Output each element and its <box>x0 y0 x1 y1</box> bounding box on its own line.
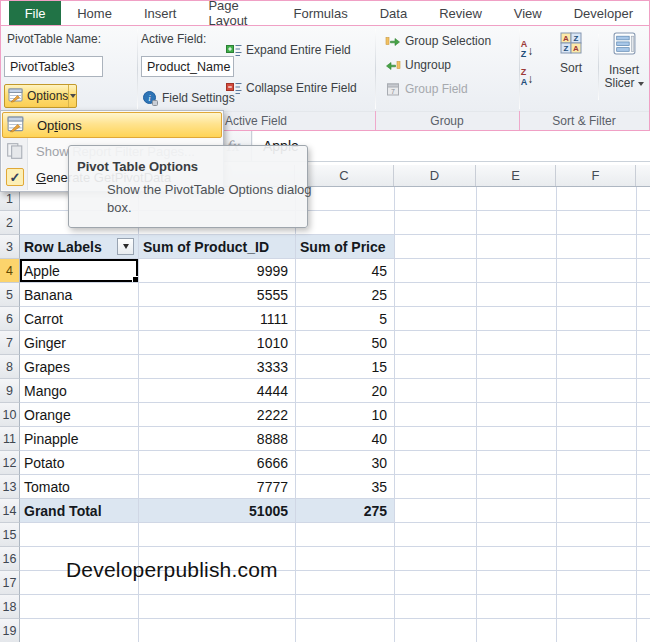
sort-button[interactable]: AZZA Sort <box>549 32 593 75</box>
row-header-16[interactable]: 16 <box>0 547 20 571</box>
pivot-data-cell[interactable]: 35 <box>296 475 395 499</box>
cell[interactable] <box>20 619 139 642</box>
cell[interactable] <box>557 523 637 547</box>
pivot-data-cell[interactable]: 30 <box>296 451 395 475</box>
options-button[interactable]: Options <box>4 84 77 108</box>
row-header-3[interactable]: 3 <box>0 235 20 259</box>
tab-review[interactable]: Review <box>423 1 498 25</box>
sort-z-to-a-button[interactable] <box>513 66 541 89</box>
cell[interactable] <box>637 523 650 547</box>
row-header-7[interactable]: 7 <box>0 331 20 355</box>
cell[interactable] <box>395 211 477 235</box>
cell[interactable] <box>477 571 557 595</box>
group-selection-button[interactable]: Group Selection <box>385 31 491 51</box>
collapse-entire-field-button[interactable]: Collapse Entire Field <box>226 78 357 98</box>
pivot-data-cell[interactable]: 50 <box>296 331 395 355</box>
expand-entire-field-button[interactable]: Expand Entire Field <box>226 40 351 60</box>
cell[interactable] <box>637 499 650 523</box>
cell[interactable] <box>395 523 477 547</box>
cell[interactable] <box>477 355 557 379</box>
cell[interactable] <box>637 475 650 499</box>
pivot-data-cell[interactable]: Potato <box>20 451 139 475</box>
cell[interactable] <box>637 307 650 331</box>
cell[interactable] <box>296 619 395 642</box>
cell[interactable] <box>477 499 557 523</box>
pivot-data-cell[interactable]: 20 <box>296 379 395 403</box>
cell[interactable] <box>637 571 650 595</box>
cell[interactable] <box>557 355 637 379</box>
pivot-data-cell[interactable]: 10 <box>296 403 395 427</box>
pivot-data-cell[interactable]: Mango <box>20 379 139 403</box>
row-header-18[interactable]: 18 <box>0 595 20 619</box>
cell[interactable] <box>637 355 650 379</box>
cell[interactable] <box>557 595 637 619</box>
pivot-table-name-input[interactable]: PivotTable3 <box>4 56 103 77</box>
tab-page-layout[interactable]: Page Layout <box>192 1 277 25</box>
cell[interactable] <box>395 355 477 379</box>
cell[interactable] <box>637 595 650 619</box>
cell[interactable] <box>296 595 395 619</box>
row-header-9[interactable]: 9 <box>0 379 20 403</box>
cell[interactable] <box>477 547 557 571</box>
pivot-data-cell[interactable]: 5 <box>296 307 395 331</box>
cell[interactable] <box>395 403 477 427</box>
cell[interactable] <box>395 571 477 595</box>
cell[interactable] <box>20 595 139 619</box>
cell[interactable] <box>395 235 477 259</box>
row-header-15[interactable]: 15 <box>0 523 20 547</box>
tab-home[interactable]: Home <box>61 1 128 25</box>
field-settings-button[interactable]: i Field Settings <box>142 88 235 108</box>
row-header-12[interactable]: 12 <box>0 451 20 475</box>
cell[interactable] <box>477 379 557 403</box>
pivot-data-cell[interactable]: Carrot <box>20 307 139 331</box>
cell[interactable] <box>477 187 557 211</box>
pivot-data-cell[interactable]: 45 <box>296 259 395 283</box>
cell[interactable] <box>557 331 637 355</box>
menu-item-options[interactable]: Options <box>2 112 222 138</box>
cell[interactable] <box>477 283 557 307</box>
active-cell[interactable]: Apple <box>20 259 139 283</box>
column-header-partial[interactable] <box>636 165 650 186</box>
cell[interactable] <box>139 595 296 619</box>
cell[interactable] <box>637 547 650 571</box>
pivot-data-cell[interactable]: Orange <box>20 403 139 427</box>
tab-formulas[interactable]: Formulas <box>278 1 364 25</box>
cell[interactable] <box>395 379 477 403</box>
column-header-E[interactable]: E <box>476 165 556 186</box>
sort-a-to-z-button[interactable] <box>513 38 541 61</box>
pivot-data-cell[interactable]: 25 <box>296 283 395 307</box>
pivot-data-cell[interactable]: 15 <box>296 355 395 379</box>
row-header-14[interactable]: 14 <box>0 499 20 523</box>
cell[interactable] <box>139 619 296 642</box>
pivot-data-cell[interactable]: 1111 <box>139 307 296 331</box>
cell[interactable] <box>477 427 557 451</box>
cell[interactable] <box>637 331 650 355</box>
pivot-data-cell[interactable]: 2222 <box>139 403 296 427</box>
row-header-13[interactable]: 13 <box>0 475 20 499</box>
pivot-data-cell[interactable]: Banana <box>20 283 139 307</box>
row-header-19[interactable]: 19 <box>0 619 20 642</box>
pivot-data-cell[interactable]: 9999 <box>139 259 296 283</box>
formula-bar-value[interactable]: Apple <box>253 131 650 161</box>
row-labels-filter-button[interactable] <box>117 238 134 255</box>
cell[interactable] <box>557 379 637 403</box>
row-header-4[interactable]: 4 <box>0 259 20 283</box>
cell[interactable] <box>557 547 637 571</box>
tab-insert[interactable]: Insert <box>128 1 193 25</box>
insert-slicer-button[interactable]: Insert Slicer <box>601 31 647 91</box>
row-header-8[interactable]: 8 <box>0 355 20 379</box>
pivot-data-cell[interactable]: 4444 <box>139 379 296 403</box>
cell[interactable] <box>477 331 557 355</box>
row-header-6[interactable]: 6 <box>0 307 20 331</box>
cell[interactable] <box>395 427 477 451</box>
cell[interactable] <box>637 187 650 211</box>
cell[interactable] <box>477 475 557 499</box>
row-header-17[interactable]: 17 <box>0 571 20 595</box>
pivot-total-cell[interactable]: 275 <box>296 499 395 523</box>
cell[interactable] <box>395 307 477 331</box>
cell[interactable] <box>296 571 395 595</box>
cell[interactable] <box>395 187 477 211</box>
pivot-total-cell[interactable]: Grand Total <box>20 499 139 523</box>
pivot-data-cell[interactable]: 8888 <box>139 427 296 451</box>
cell[interactable] <box>395 475 477 499</box>
